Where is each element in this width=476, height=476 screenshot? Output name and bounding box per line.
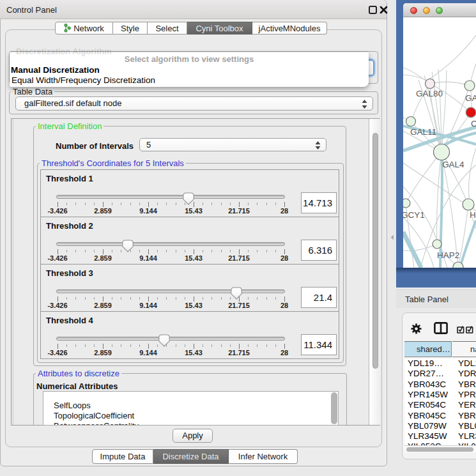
svg-text:GAL80: GAL80: [416, 89, 443, 98]
svg-text:GA: GA: [465, 93, 476, 103]
svg-text:C: C: [471, 119, 476, 128]
svg-text:GAL4: GAL4: [442, 160, 464, 169]
svg-text:GAL11: GAL11: [410, 127, 436, 137]
svg-text:HAP2: HAP2: [437, 250, 459, 260]
svg-text:GCY1: GCY1: [403, 210, 425, 220]
svg-text:H: H: [470, 210, 476, 220]
